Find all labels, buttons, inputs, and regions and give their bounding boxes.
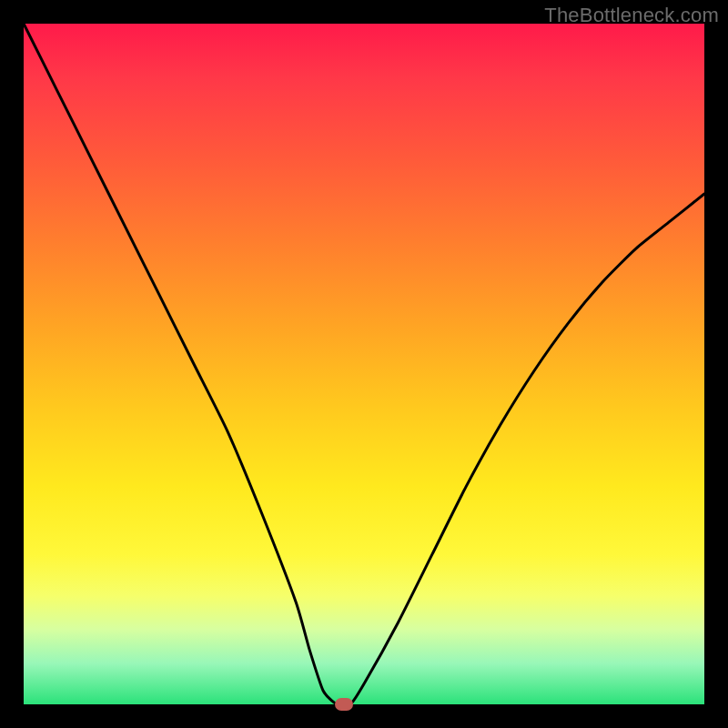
optimum-marker — [335, 698, 353, 711]
plot-area — [24, 24, 704, 704]
watermark-text: TheBottleneck.com — [544, 4, 719, 27]
bottleneck-curve — [24, 24, 704, 704]
